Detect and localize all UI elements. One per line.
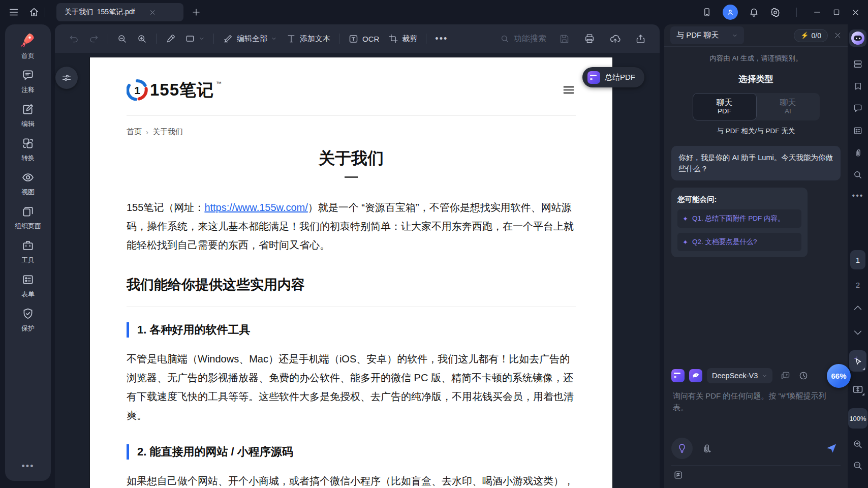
model-selector[interactable]: DeepSeek-V3	[707, 368, 772, 383]
header-divider	[127, 115, 576, 116]
chat-pdf-mode-icon[interactable]	[671, 369, 685, 382]
toolbar: 编辑全部 添加文本 OCR 裁剪 ••• 功能搜索	[55, 24, 660, 53]
current-page-indicator[interactable]: 1	[850, 250, 865, 269]
site-logo: 1 155笔记 ™	[127, 79, 222, 101]
intro-text-before: 155笔记（网址：	[127, 202, 204, 213]
sidebar-item-organize-pages[interactable]: 组织页面	[15, 205, 41, 231]
suggestion-q1-label: Q1. 总结下面附件 PDF 内容。	[692, 214, 785, 223]
sidebar-item-convert[interactable]: 转换	[21, 137, 35, 163]
ocr-button[interactable]: OCR	[348, 34, 379, 44]
tab-chat-pdf[interactable]: 聊天 PDF	[693, 93, 757, 120]
next-page-number[interactable]: 2	[856, 281, 860, 289]
next-page-icon[interactable]	[852, 327, 863, 338]
highlighter-icon[interactable]	[165, 34, 176, 44]
suggestion-q1[interactable]: ✦ Q1. 总结下面附件 PDF 内容。	[677, 209, 801, 228]
attachments-icon[interactable]	[853, 148, 863, 158]
shape-rectangle-tool[interactable]	[185, 34, 205, 44]
strip-more-icon[interactable]: •••	[852, 191, 864, 200]
tab-chat-ai[interactable]: 聊天 AI	[757, 93, 820, 120]
ai-select-cursor-button[interactable]	[849, 350, 866, 372]
prompt-ideas-button[interactable]	[671, 438, 693, 459]
chat-type-segmented: 聊天 PDF 聊天 AI	[693, 93, 820, 120]
sparkle-icon: ✦	[683, 215, 688, 223]
strip-zoom-in-icon[interactable]	[852, 439, 863, 450]
titlebar: 关于我们 155笔记.pdf	[0, 0, 868, 24]
panel-layout-icon[interactable]	[853, 59, 863, 69]
document-tab[interactable]: 关于我们 155笔记.pdf	[56, 3, 183, 21]
attach-file-icon[interactable]	[701, 443, 712, 454]
lumi-assistant-icon[interactable]	[849, 29, 866, 47]
comment-icon	[21, 69, 35, 82]
suggestion-q2[interactable]: ✦ Q2. 文档要点是什么?	[677, 233, 801, 251]
send-icon[interactable]	[825, 442, 838, 454]
redo-icon[interactable]	[88, 34, 99, 44]
site-link: https://www.155w.com/	[204, 202, 307, 213]
chat-type-caption: 与 PDF 相关/与 PDF 无关	[664, 127, 848, 136]
edit-all-button[interactable]: 编辑全部	[223, 34, 277, 44]
zoom-in-icon[interactable]	[137, 34, 147, 44]
chat-input[interactable]: 询问有关 PDF 的任何问题。按 "#"唤醒提示列表。	[671, 390, 841, 422]
crop-button[interactable]: 裁剪	[388, 34, 417, 44]
undo-icon[interactable]	[69, 34, 79, 44]
comments-icon[interactable]	[853, 103, 863, 113]
svg-text:1: 1	[134, 84, 140, 96]
strip-zoom-out-icon[interactable]	[852, 460, 863, 471]
reading-progress-badge[interactable]: 66%	[827, 364, 851, 388]
save-icon[interactable]	[559, 34, 570, 44]
sidebar-item-view[interactable]: 视图	[21, 171, 35, 197]
sidebar-item-home[interactable]: 首页	[20, 32, 36, 60]
fit-page-button[interactable]	[850, 382, 866, 397]
history-clock-icon[interactable]	[798, 371, 809, 381]
item2-paragraph: 如果想自己做个网站、开个小商城，或者搞个微信小程序（比如盲盒、去水印、喝酒小游戏…	[127, 472, 576, 488]
chevron-down-icon	[762, 373, 767, 379]
chat-mode-label: 与 PDF 聊天	[676, 30, 719, 40]
notifications-icon[interactable]	[749, 7, 759, 18]
flag-icon[interactable]	[673, 470, 683, 480]
new-tab-icon[interactable]	[192, 8, 201, 17]
feature-search[interactable]: 功能搜索	[500, 34, 546, 44]
bookmarks-icon[interactable]	[853, 81, 863, 91]
model-row: DeepSeek-V3	[671, 368, 841, 383]
sidebar-item-edit[interactable]: 编辑	[21, 103, 35, 129]
fields-icon[interactable]	[853, 126, 863, 136]
form-icon	[21, 273, 35, 286]
tab-chat-pdf-line2: PDF	[718, 107, 731, 115]
ai-panel-header: 与 PDF 聊天 ⚡ 0/0	[664, 24, 848, 47]
summarize-pdf-button[interactable]: 总结PDF	[582, 67, 644, 87]
toolbar-more-icon[interactable]: •••	[435, 34, 448, 44]
add-text-button[interactable]: 添加文本	[286, 34, 330, 44]
logo-text: 155笔记	[150, 79, 214, 101]
page-navigation: 1 2 100%	[848, 250, 868, 471]
sidebar-item-forms[interactable]: 表单	[21, 273, 35, 299]
ai-doc-icon	[587, 71, 600, 84]
app-menu-icon[interactable]	[7, 7, 20, 18]
breadcrumb-home: 首页	[127, 127, 142, 137]
search-document-icon[interactable]	[853, 170, 863, 180]
share-export-icon[interactable]	[635, 34, 646, 44]
deepseek-icon[interactable]	[689, 369, 702, 382]
sidebar-item-comment[interactable]: 注释	[21, 69, 35, 95]
close-window-icon[interactable]	[851, 8, 860, 17]
site-menu-icon	[562, 83, 576, 97]
sidebar-item-tools[interactable]: 工具	[21, 239, 35, 265]
mobile-icon[interactable]	[702, 7, 712, 17]
credits-badge[interactable]: ⚡ 0/0	[794, 29, 828, 42]
chat-mode-dropdown[interactable]: 与 PDF 聊天	[670, 26, 744, 44]
minimize-icon[interactable]	[813, 8, 822, 17]
print-icon[interactable]	[584, 33, 595, 44]
cloud-upload-icon[interactable]	[609, 33, 621, 45]
tab-close-icon[interactable]	[149, 9, 156, 16]
settings-gear-icon[interactable]	[770, 7, 781, 18]
close-panel-icon[interactable]	[834, 32, 842, 39]
sidebar-more-icon[interactable]: •••	[22, 461, 35, 472]
breadcrumb: 首页 › 关于我们	[127, 127, 576, 137]
maximize-icon[interactable]	[832, 8, 841, 16]
new-chat-icon[interactable]	[780, 371, 791, 381]
user-avatar[interactable]	[723, 5, 738, 20]
previous-page-icon[interactable]	[852, 302, 863, 314]
home-icon[interactable]	[28, 7, 40, 18]
zoom-out-icon[interactable]	[117, 34, 128, 44]
view-options-fab[interactable]	[55, 67, 78, 89]
sidebar-item-protect[interactable]: 保护	[21, 307, 35, 333]
zoom-level-indicator[interactable]: 100%	[848, 408, 867, 429]
